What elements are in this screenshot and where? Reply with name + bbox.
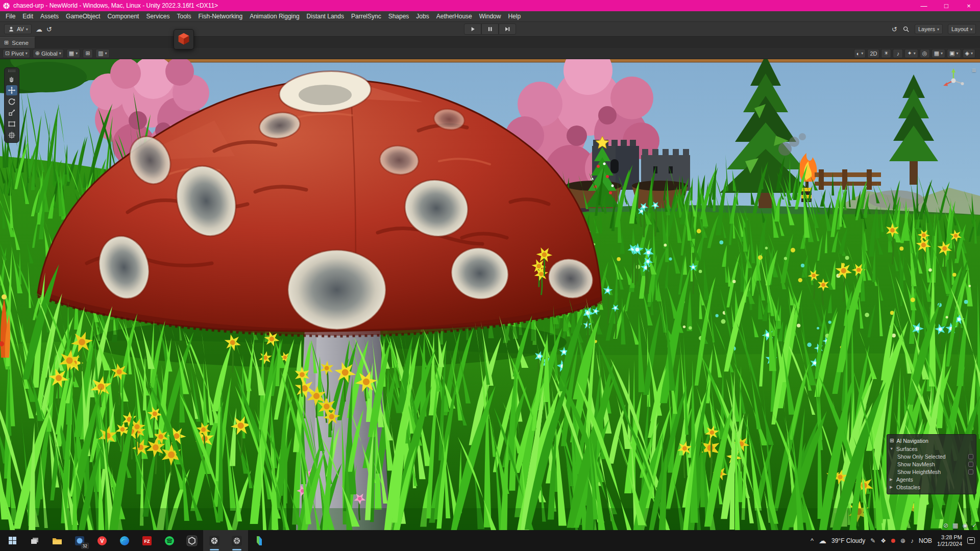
taskbar-clock[interactable]: 3:28 PM 1/21/2024 xyxy=(937,534,962,547)
spotify-button[interactable] xyxy=(158,530,181,551)
record-icon[interactable] xyxy=(891,539,895,543)
audio-icon: ♪ xyxy=(897,51,900,57)
shield-icon[interactable]: ❖ xyxy=(880,538,886,544)
menu-assets[interactable]: Assets xyxy=(37,11,62,21)
foldout-closed-icon: ▶ xyxy=(890,485,894,489)
layers-dropdown[interactable]: Layers ▾ xyxy=(915,24,943,34)
scale-icon xyxy=(8,109,16,117)
effects-dropdown[interactable]: ✦ ▾ xyxy=(904,49,918,58)
pause-button[interactable] xyxy=(481,23,499,35)
pen-icon[interactable]: ✎ xyxy=(870,538,875,544)
pivot-dropdown[interactable]: ⊡ Pivot ▾ xyxy=(3,49,30,58)
language-indicator[interactable]: NOB xyxy=(919,537,932,544)
move-tool-button[interactable] xyxy=(6,85,17,95)
menu-tools[interactable]: Tools xyxy=(173,11,194,21)
menu-gameobject[interactable]: GameObject xyxy=(62,11,104,21)
agents-foldout[interactable]: ▶ Agents xyxy=(890,475,973,483)
gizmos-dropdown[interactable]: ◈ ▾ xyxy=(963,49,975,58)
eye-icon: ◎ xyxy=(922,50,927,57)
chevron-down-icon: ▾ xyxy=(941,51,943,56)
maximize-button[interactable]: □ xyxy=(935,0,958,11)
cloud-services-icon[interactable]: ☁ xyxy=(36,26,42,33)
tab-scene[interactable]: ⊞ Scene xyxy=(0,37,35,48)
show-navmesh-checkbox[interactable] xyxy=(968,462,973,467)
menu-jobs[interactable]: Jobs xyxy=(412,11,432,21)
chevron-down-icon: ▾ xyxy=(861,51,863,56)
scale-tool-button[interactable] xyxy=(6,108,17,118)
global-dropdown[interactable]: ⊕ Global ▾ xyxy=(33,49,64,58)
chevron-up-icon[interactable]: ^ xyxy=(811,537,814,544)
scene-lighting-toggle[interactable]: ☀ xyxy=(881,49,891,58)
spotify-icon xyxy=(164,536,175,546)
toggle-2d-button[interactable]: 2D xyxy=(867,49,879,58)
play-button[interactable] xyxy=(464,23,481,35)
start-button[interactable] xyxy=(1,530,23,551)
obstacles-foldout[interactable]: ▶ Obstacles xyxy=(890,483,973,491)
transform-icon xyxy=(8,131,16,139)
grid-overlay-icon[interactable]: ▦ xyxy=(952,522,958,529)
scene-visibility-toggle[interactable]: ◎ xyxy=(920,49,930,58)
surfaces-foldout[interactable]: ▼ Surfaces xyxy=(890,445,973,453)
show-heightmesh-checkbox[interactable] xyxy=(968,469,973,474)
show-only-selected-checkbox[interactable] xyxy=(968,454,973,459)
menu-file[interactable]: File xyxy=(2,11,19,21)
task-view-button[interactable] xyxy=(23,530,46,551)
step-button[interactable] xyxy=(499,23,516,35)
menu-parrelsync[interactable]: ParrelSync xyxy=(348,11,385,21)
network-icon[interactable]: ⊕ xyxy=(900,538,905,544)
mute-overlay-icon[interactable]: ⊘ xyxy=(943,522,948,529)
volume-icon[interactable]: ♪ xyxy=(911,538,914,544)
undo-history-icon[interactable]: ↺ xyxy=(892,26,897,33)
unity-editor2-button[interactable] xyxy=(226,530,248,551)
view-tool-button[interactable] xyxy=(6,74,17,84)
transform-tool-button[interactable] xyxy=(6,130,17,140)
vivaldi-icon: V xyxy=(97,536,107,546)
menu-edit[interactable]: Edit xyxy=(19,11,37,21)
badged-app-button[interactable]: 32 xyxy=(68,530,91,551)
check-overlay-icon[interactable]: ✓ xyxy=(972,522,977,529)
menu-help[interactable]: Help xyxy=(504,11,524,21)
rect-tool-button[interactable] xyxy=(6,119,17,129)
unity-editor-button[interactable] xyxy=(203,530,226,551)
edge-button[interactable] xyxy=(113,530,136,551)
weather-text[interactable]: 39°F Cloudy xyxy=(831,537,865,544)
grid-settings-dropdown[interactable]: ▦ ▾ xyxy=(932,49,945,58)
draw-mode-dropdown[interactable]: ◐ ▾ xyxy=(854,49,866,58)
overlay-menu-icon[interactable]: ≡ xyxy=(972,66,976,74)
filezilla-button[interactable]: FZ xyxy=(136,530,158,551)
menu-fish-networking[interactable]: Fish-Networking xyxy=(194,11,246,21)
file-explorer-button[interactable] xyxy=(46,530,68,551)
minimize-button[interactable]: — xyxy=(913,0,935,11)
menu-component[interactable]: Component xyxy=(104,11,142,21)
chevron-down-icon: ▾ xyxy=(76,51,78,56)
menu-shapes[interactable]: Shapes xyxy=(385,11,413,21)
menu-aetherhouse[interactable]: AetherHouse xyxy=(433,11,476,21)
floating-asset-preview[interactable] xyxy=(174,29,194,49)
menu-services[interactable]: Services xyxy=(142,11,173,21)
menu-window[interactable]: Window xyxy=(476,11,505,21)
neovim-button[interactable] xyxy=(248,530,271,551)
grid-visibility-dropdown[interactable]: ▦ ▾ xyxy=(66,49,80,58)
scene-audio-toggle[interactable]: ♪ xyxy=(893,49,903,58)
sync-icon[interactable]: ↺ xyxy=(46,26,52,33)
menu-distant-lands[interactable]: Distant Lands xyxy=(303,11,348,21)
show-heightmesh-row: Show HeightMesh xyxy=(890,468,973,475)
record-overlay-icon[interactable]: ◉ xyxy=(962,522,967,529)
unity-hub-button[interactable] xyxy=(181,530,203,551)
account-dropdown[interactable]: AV ▾ xyxy=(4,24,32,34)
layout-dropdown[interactable]: Layout ▾ xyxy=(948,24,976,34)
camera-settings-dropdown[interactable]: ▣ ▾ xyxy=(947,49,961,58)
scene-viewport[interactable]: ≡ ⊞ AI Navigation ▼ Surfaces Show Only S… xyxy=(0,59,980,530)
search-icon[interactable] xyxy=(902,26,910,33)
snap-settings-dropdown[interactable]: ▥ ▾ xyxy=(95,49,109,58)
vivaldi-button[interactable]: V xyxy=(91,530,113,551)
ai-navigation-title: AI Navigation xyxy=(896,438,928,444)
close-button[interactable]: × xyxy=(958,0,980,11)
notification-center-icon[interactable] xyxy=(967,537,975,544)
snap-toggle[interactable]: ⊞ xyxy=(83,49,93,58)
rotate-tool-button[interactable] xyxy=(6,96,17,107)
orientation-gizmo[interactable] xyxy=(940,67,967,94)
folder-icon xyxy=(52,536,62,545)
overlay-drag-handle[interactable] xyxy=(8,70,15,72)
menu-animation-rigging[interactable]: Animation Rigging xyxy=(246,11,303,21)
